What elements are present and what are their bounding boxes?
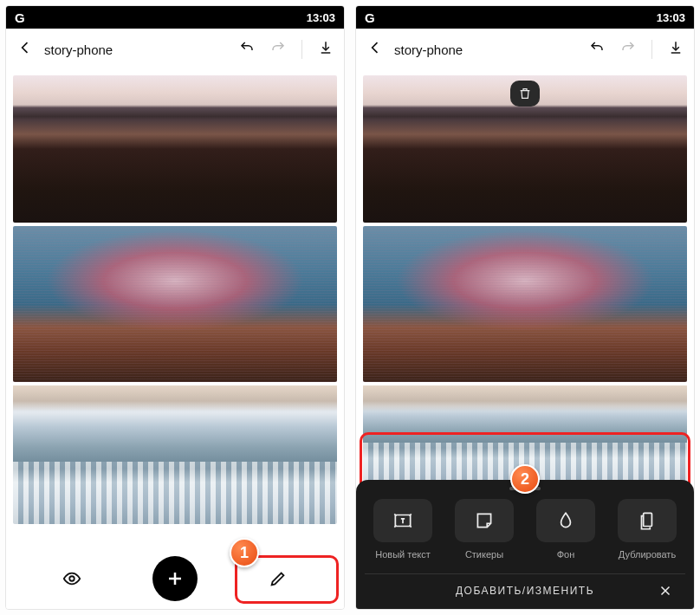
- story-title: story-phone: [391, 42, 582, 57]
- back-icon[interactable]: [366, 39, 384, 60]
- close-icon[interactable]: [658, 583, 673, 602]
- image-slot-3[interactable]: [13, 385, 337, 524]
- image-slot-1[interactable]: [363, 75, 687, 223]
- edit-panel: 2 Новый текст Стикеры Фон Дублировать: [356, 480, 694, 609]
- app-bar-actions: [589, 40, 684, 59]
- app-bar: story-phone: [6, 29, 344, 70]
- google-g-icon: G: [365, 10, 375, 25]
- image-slot-2[interactable]: [363, 226, 687, 382]
- panel-item-label: Новый текст: [375, 549, 431, 560]
- status-bar: G 13:03: [6, 6, 344, 29]
- add-button[interactable]: [152, 556, 198, 601]
- panel-item-stickers[interactable]: Стикеры: [446, 499, 522, 560]
- phone-left: G 13:03 story-phone: [5, 5, 345, 610]
- app-bar-actions: [239, 40, 334, 59]
- undo-icon[interactable]: [239, 40, 255, 59]
- story-canvas[interactable]: 2 Новый текст Стикеры Фон Дублировать: [356, 70, 694, 609]
- story-canvas[interactable]: [6, 70, 344, 554]
- panel-item-background[interactable]: Фон: [528, 499, 604, 560]
- panel-actions-row: Новый текст Стикеры Фон Дублировать: [365, 499, 685, 560]
- edit-button[interactable]: [259, 560, 297, 598]
- panel-footer-title: ДОБАВИТЬ/ИЗМЕНИТЬ: [456, 585, 594, 597]
- panel-item-duplicate[interactable]: Дублировать: [609, 499, 685, 560]
- svg-rect-2: [644, 513, 652, 526]
- image-slot-1[interactable]: [13, 75, 337, 223]
- annotation-badge-1: 1: [230, 538, 259, 567]
- panel-item-new-text[interactable]: Новый текст: [365, 499, 441, 560]
- phone-right: G 13:03 story-phone: [355, 5, 695, 610]
- download-icon[interactable]: [668, 40, 684, 59]
- svg-point-0: [69, 576, 75, 581]
- clock: 13:03: [307, 11, 335, 24]
- google-g-icon: G: [15, 10, 25, 25]
- clock: 13:03: [657, 11, 685, 24]
- story-title: story-phone: [41, 42, 232, 57]
- panel-item-label: Фон: [557, 549, 575, 560]
- annotation-badge-2: 2: [510, 464, 540, 494]
- divider: [301, 40, 302, 59]
- back-icon[interactable]: [16, 39, 34, 60]
- app-bar: story-phone: [356, 29, 694, 70]
- status-bar: G 13:03: [356, 6, 694, 29]
- download-icon[interactable]: [318, 40, 334, 59]
- panel-footer: ДОБАВИТЬ/ИЗМЕНИТЬ: [365, 573, 685, 597]
- preview-button[interactable]: [53, 560, 91, 598]
- panel-item-label: Дублировать: [619, 549, 676, 560]
- redo-icon: [270, 40, 286, 59]
- image-slot-2[interactable]: [13, 226, 337, 382]
- panel-item-label: Стикеры: [465, 549, 503, 560]
- delete-button[interactable]: [510, 81, 540, 107]
- undo-icon[interactable]: [589, 40, 605, 59]
- bottom-toolbar: [6, 554, 344, 609]
- divider: [651, 40, 652, 59]
- redo-icon: [620, 40, 636, 59]
